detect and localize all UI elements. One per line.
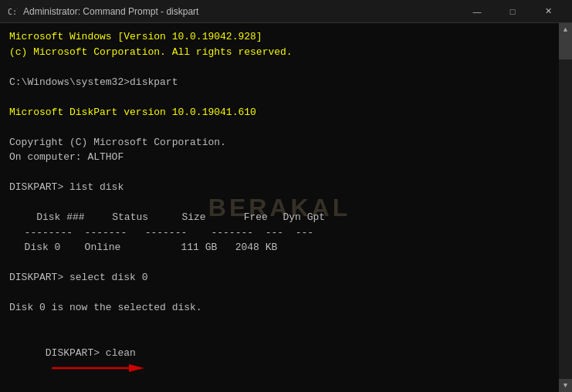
- disk-table: Disk ### Status Size Free Dyn Gpt ------…: [9, 210, 550, 255]
- close-button[interactable]: ✕: [530, 0, 566, 23]
- on-computer-line: On computer: ALTHOF: [9, 150, 550, 165]
- prompt-clean-line: DISKPART> clean: [9, 330, 550, 390]
- table-header: Disk ### Status Size Free Dyn Gpt: [12, 210, 550, 225]
- blank5-line: [9, 195, 550, 211]
- prompt-select-line: DISKPART> select disk 0: [9, 270, 550, 286]
- scrollbar-track[interactable]: [559, 36, 572, 379]
- terminal[interactable]: Microsoft Windows [Version 10.0.19042.92…: [0, 23, 559, 392]
- table-separator: -------- ------- ------- ------- --- ---: [12, 225, 550, 241]
- blank4-line: [9, 165, 550, 181]
- scrollbar[interactable]: ▲ ▼: [559, 23, 572, 392]
- table-row-0: Disk 0 Online 111 GB 2048 KB: [12, 240, 550, 255]
- titlebar-left: C:\ Administrator: Command Prompt - disk…: [6, 5, 198, 18]
- content-area: Microsoft Windows [Version 10.0.19042.92…: [0, 23, 572, 392]
- blank8-line: [9, 316, 550, 331]
- scrollbar-thumb[interactable]: [559, 36, 572, 59]
- prompt-list-line: DISKPART> list disk: [9, 180, 550, 195]
- arrow-icon: [52, 361, 144, 375]
- blank2-line: [9, 90, 550, 105]
- selected-msg-line: Disk 0 is now the selected disk.: [9, 300, 550, 316]
- titlebar-controls: — □ ✕: [459, 0, 566, 23]
- titlebar-title: Administrator: Command Prompt - diskpart: [23, 6, 198, 17]
- blank3-line: [9, 120, 550, 135]
- minimize-button[interactable]: —: [459, 0, 495, 23]
- cmd-icon: C:\: [6, 5, 19, 18]
- maximize-button[interactable]: □: [495, 0, 530, 23]
- prompt1-line: C:\Windows\system32>diskpart: [9, 75, 550, 90]
- diskpart-version-line: Microsoft DiskPart version 10.0.19041.61…: [9, 105, 550, 120]
- scrollbar-down-button[interactable]: ▼: [559, 379, 572, 392]
- copyright2-line: Copyright (C) Microsoft Corporation.: [9, 135, 550, 150]
- svg-text:C:\: C:\: [8, 8, 18, 16]
- svg-marker-3: [129, 364, 144, 372]
- blank6-line: [9, 255, 550, 271]
- scrollbar-up-button[interactable]: ▲: [559, 23, 572, 36]
- titlebar: C:\ Administrator: Command Prompt - disk…: [0, 0, 572, 23]
- copyright1-line: (c) Microsoft Corporation. All rights re…: [9, 45, 550, 60]
- blank7-line: [9, 286, 550, 301]
- blank1-line: [9, 59, 550, 75]
- win-version-line: Microsoft Windows [Version 10.0.19042.92…: [9, 29, 550, 45]
